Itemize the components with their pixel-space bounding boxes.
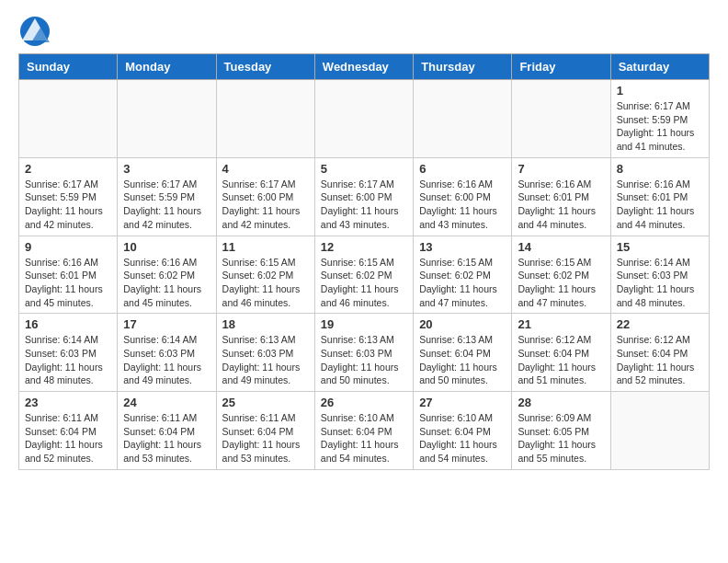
calendar-week-row: 1Sunrise: 6:17 AM Sunset: 5:59 PM Daylig… — [19, 80, 710, 158]
day-info: Sunrise: 6:11 AM Sunset: 6:04 PM Dayligh… — [123, 411, 210, 465]
day-info: Sunrise: 6:15 AM Sunset: 6:02 PM Dayligh… — [321, 256, 407, 310]
day-number: 26 — [321, 396, 407, 409]
calendar-header-sunday: Sunday — [19, 54, 118, 80]
calendar-header-saturday: Saturday — [610, 54, 709, 80]
calendar-cell: 1Sunrise: 6:17 AM Sunset: 5:59 PM Daylig… — [610, 80, 709, 158]
calendar-cell: 6Sunrise: 6:16 AM Sunset: 6:00 PM Daylig… — [414, 157, 512, 236]
page: SundayMondayTuesdayWednesdayThursdayFrid… — [0, 0, 728, 485]
day-number: 13 — [419, 240, 506, 254]
calendar-cell: 3Sunrise: 6:17 AM Sunset: 5:59 PM Daylig… — [118, 157, 216, 236]
calendar-cell — [610, 392, 709, 470]
calendar-cell: 24Sunrise: 6:11 AM Sunset: 6:04 PM Dayli… — [118, 392, 216, 470]
calendar-cell: 13Sunrise: 6:15 AM Sunset: 6:02 PM Dayli… — [414, 236, 512, 314]
calendar-header-friday: Friday — [512, 54, 610, 80]
day-info: Sunrise: 6:14 AM Sunset: 6:03 PM Dayligh… — [617, 256, 703, 310]
calendar-cell — [512, 80, 610, 158]
day-number: 4 — [222, 162, 309, 176]
calendar-cell — [19, 80, 118, 158]
calendar-cell: 11Sunrise: 6:15 AM Sunset: 6:02 PM Dayli… — [216, 236, 314, 314]
day-info: Sunrise: 6:14 AM Sunset: 6:03 PM Dayligh… — [25, 333, 111, 387]
calendar-cell: 21Sunrise: 6:12 AM Sunset: 6:04 PM Dayli… — [512, 314, 610, 392]
day-number: 10 — [123, 240, 210, 254]
day-info: Sunrise: 6:13 AM Sunset: 6:03 PM Dayligh… — [222, 333, 309, 387]
calendar-cell: 2Sunrise: 6:17 AM Sunset: 5:59 PM Daylig… — [19, 157, 118, 236]
day-number: 1 — [617, 84, 703, 98]
header — [18, 15, 710, 48]
day-number: 12 — [321, 240, 407, 254]
day-info: Sunrise: 6:15 AM Sunset: 6:02 PM Dayligh… — [419, 256, 506, 310]
day-number: 28 — [518, 396, 604, 409]
day-info: Sunrise: 6:12 AM Sunset: 6:04 PM Dayligh… — [518, 333, 604, 387]
day-number: 22 — [617, 317, 703, 331]
calendar-cell: 28Sunrise: 6:09 AM Sunset: 6:05 PM Dayli… — [512, 392, 610, 470]
day-info: Sunrise: 6:15 AM Sunset: 6:02 PM Dayligh… — [518, 256, 604, 310]
day-info: Sunrise: 6:11 AM Sunset: 6:04 PM Dayligh… — [222, 411, 309, 465]
calendar-cell: 26Sunrise: 6:10 AM Sunset: 6:04 PM Dayli… — [314, 392, 413, 470]
day-number: 7 — [518, 162, 604, 176]
calendar-header-wednesday: Wednesday — [314, 54, 413, 80]
calendar-cell: 9Sunrise: 6:16 AM Sunset: 6:01 PM Daylig… — [19, 236, 118, 314]
day-number: 8 — [617, 162, 703, 176]
day-info: Sunrise: 6:17 AM Sunset: 5:59 PM Dayligh… — [123, 178, 210, 232]
calendar-week-row: 16Sunrise: 6:14 AM Sunset: 6:03 PM Dayli… — [19, 314, 710, 392]
calendar-table: SundayMondayTuesdayWednesdayThursdayFrid… — [18, 53, 710, 470]
calendar-cell: 10Sunrise: 6:16 AM Sunset: 6:02 PM Dayli… — [118, 236, 216, 314]
calendar-cell — [216, 80, 314, 158]
day-number: 11 — [222, 240, 309, 254]
day-info: Sunrise: 6:17 AM Sunset: 6:00 PM Dayligh… — [222, 178, 309, 232]
day-info: Sunrise: 6:16 AM Sunset: 6:00 PM Dayligh… — [419, 178, 506, 232]
calendar-cell — [414, 80, 512, 158]
day-info: Sunrise: 6:12 AM Sunset: 6:04 PM Dayligh… — [617, 333, 703, 387]
logo-icon — [18, 15, 51, 48]
day-number: 20 — [419, 317, 506, 331]
calendar-cell: 7Sunrise: 6:16 AM Sunset: 6:01 PM Daylig… — [512, 157, 610, 236]
calendar-cell: 15Sunrise: 6:14 AM Sunset: 6:03 PM Dayli… — [610, 236, 709, 314]
calendar-cell: 12Sunrise: 6:15 AM Sunset: 6:02 PM Dayli… — [314, 236, 413, 314]
day-number: 24 — [123, 396, 210, 409]
calendar-cell: 5Sunrise: 6:17 AM Sunset: 6:00 PM Daylig… — [314, 157, 413, 236]
calendar-cell: 16Sunrise: 6:14 AM Sunset: 6:03 PM Dayli… — [19, 314, 118, 392]
day-info: Sunrise: 6:17 AM Sunset: 5:59 PM Dayligh… — [25, 178, 111, 232]
day-number: 16 — [25, 317, 111, 331]
day-info: Sunrise: 6:14 AM Sunset: 6:03 PM Dayligh… — [123, 333, 210, 387]
day-info: Sunrise: 6:13 AM Sunset: 6:04 PM Dayligh… — [419, 333, 506, 387]
day-number: 21 — [518, 317, 604, 331]
calendar-cell: 17Sunrise: 6:14 AM Sunset: 6:03 PM Dayli… — [118, 314, 216, 392]
day-number: 2 — [25, 162, 111, 176]
day-info: Sunrise: 6:17 AM Sunset: 6:00 PM Dayligh… — [321, 178, 407, 232]
day-number: 6 — [419, 162, 506, 176]
calendar-cell: 18Sunrise: 6:13 AM Sunset: 6:03 PM Dayli… — [216, 314, 314, 392]
calendar-cell: 8Sunrise: 6:16 AM Sunset: 6:01 PM Daylig… — [610, 157, 709, 236]
day-number: 9 — [25, 240, 111, 254]
calendar-cell: 23Sunrise: 6:11 AM Sunset: 6:04 PM Dayli… — [19, 392, 118, 470]
calendar-cell: 20Sunrise: 6:13 AM Sunset: 6:04 PM Dayli… — [414, 314, 512, 392]
day-number: 17 — [123, 317, 210, 331]
calendar-week-row: 2Sunrise: 6:17 AM Sunset: 5:59 PM Daylig… — [19, 157, 710, 236]
calendar-cell: 27Sunrise: 6:10 AM Sunset: 6:04 PM Dayli… — [414, 392, 512, 470]
day-number: 25 — [222, 396, 309, 409]
calendar-week-row: 9Sunrise: 6:16 AM Sunset: 6:01 PM Daylig… — [19, 236, 710, 314]
day-number: 27 — [419, 396, 506, 409]
day-info: Sunrise: 6:10 AM Sunset: 6:04 PM Dayligh… — [321, 411, 407, 465]
calendar-header-tuesday: Tuesday — [216, 54, 314, 80]
day-info: Sunrise: 6:16 AM Sunset: 6:02 PM Dayligh… — [123, 256, 210, 310]
calendar-header-thursday: Thursday — [414, 54, 512, 80]
calendar-week-row: 23Sunrise: 6:11 AM Sunset: 6:04 PM Dayli… — [19, 392, 710, 470]
day-number: 14 — [518, 240, 604, 254]
day-number: 15 — [617, 240, 703, 254]
logo — [18, 15, 53, 48]
day-info: Sunrise: 6:10 AM Sunset: 6:04 PM Dayligh… — [419, 411, 506, 465]
calendar-cell — [314, 80, 413, 158]
day-number: 18 — [222, 317, 309, 331]
calendar-cell: 14Sunrise: 6:15 AM Sunset: 6:02 PM Dayli… — [512, 236, 610, 314]
day-info: Sunrise: 6:15 AM Sunset: 6:02 PM Dayligh… — [222, 256, 309, 310]
day-info: Sunrise: 6:09 AM Sunset: 6:05 PM Dayligh… — [518, 411, 604, 465]
calendar-cell — [118, 80, 216, 158]
day-info: Sunrise: 6:11 AM Sunset: 6:04 PM Dayligh… — [25, 411, 111, 465]
calendar-cell: 19Sunrise: 6:13 AM Sunset: 6:03 PM Dayli… — [314, 314, 413, 392]
calendar-cell: 4Sunrise: 6:17 AM Sunset: 6:00 PM Daylig… — [216, 157, 314, 236]
day-number: 5 — [321, 162, 407, 176]
day-info: Sunrise: 6:16 AM Sunset: 6:01 PM Dayligh… — [518, 178, 604, 232]
day-number: 19 — [321, 317, 407, 331]
calendar-cell: 22Sunrise: 6:12 AM Sunset: 6:04 PM Dayli… — [610, 314, 709, 392]
